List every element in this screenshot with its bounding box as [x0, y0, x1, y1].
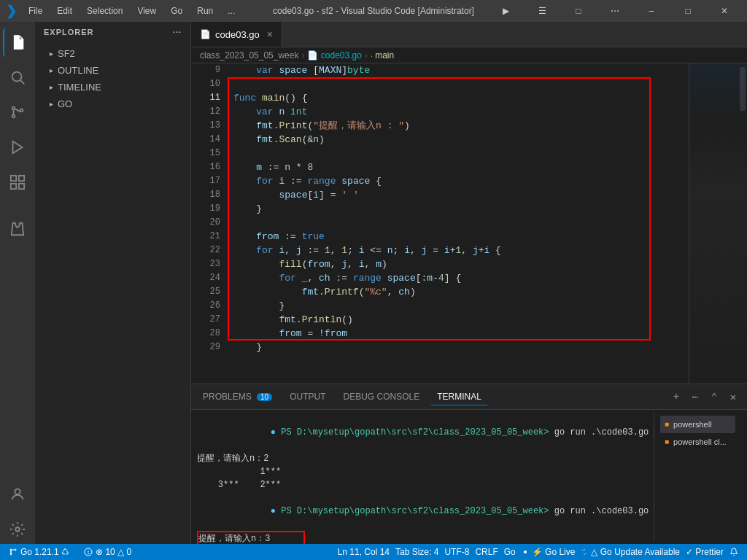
menu-run[interactable]: Run — [191, 4, 219, 18]
code-line-23: fill(from, j, i, m) — [233, 257, 689, 271]
layout-button[interactable]: □ — [562, 0, 595, 22]
sidebar-header: EXPLORER ··· — [35, 22, 190, 42]
sb-cursor[interactable]: Ln 11, Col 14 — [335, 544, 392, 560]
sb-encoding[interactable]: UTF-8 — [441, 544, 472, 560]
menu-file[interactable]: File — [23, 4, 48, 18]
code-editor[interactable]: 9 10 11 12 13 14 15 16 17 18 19 20 21 22… — [191, 63, 747, 384]
source-control-icon[interactable] — [3, 98, 32, 127]
svg-point-10 — [15, 489, 20, 494]
terminal-sidebar: ■ powershell ■ powershell cl... — [654, 413, 741, 541]
menu-more[interactable]: ... — [222, 4, 241, 18]
breadcrumb-sep2: › — [365, 50, 368, 61]
sidebar-section: ▸ SF2 ▸ OUTLINE ▸ TIMELINE ▸ GO — [35, 42, 190, 115]
menu-go[interactable]: Go — [165, 4, 188, 18]
run-debug-icon[interactable] — [3, 133, 32, 162]
svg-rect-9 — [19, 184, 24, 189]
breadcrumb-part2[interactable]: 📄 code03.go — [307, 50, 361, 61]
code-line-14: fmt.Scan(&n) — [233, 133, 689, 147]
code-line-16: m := n * 8 — [233, 160, 689, 174]
menu-edit[interactable]: Edit — [51, 4, 78, 18]
vscode-logo: ❯ — [6, 3, 17, 19]
terminal-main: ● PS D:\mysetup\gopath\src\sf2\class_202… — [197, 413, 654, 541]
sidebar-item-outline[interactable]: ▸ OUTLINE — [35, 62, 190, 79]
breadcrumb-part1[interactable]: class_2023_05_05_week — [200, 50, 298, 61]
sb-tabsize[interactable]: Tab Size: 4 — [392, 544, 441, 560]
sidebar-item-sf2[interactable]: ▸ SF2 — [35, 45, 190, 62]
panel-close-btn[interactable]: ✕ — [725, 389, 741, 405]
sb-golive[interactable]: ⚡ Go Live — [519, 544, 578, 560]
toggle-panel-button[interactable]: ☰ — [525, 0, 559, 22]
minimize-button[interactable]: – — [635, 0, 668, 22]
line-num-24: 24 — [191, 271, 220, 285]
extensions-icon[interactable] — [3, 168, 32, 197]
activity-bar — [0, 22, 35, 544]
editor-area: 📄 code03.go × class_2023_05_05_week › 📄 … — [191, 22, 747, 544]
line-num-21: 21 — [191, 230, 220, 244]
menu-selection[interactable]: Selection — [81, 4, 128, 18]
code-line-24: for _, ch := range space[:m-4] { — [233, 271, 689, 285]
terminal-output-1b: 1*** — [197, 465, 654, 478]
panel-up-btn[interactable]: ⌃ — [706, 389, 722, 405]
maximize-button[interactable]: □ — [671, 0, 705, 22]
arrow-icon: ▸ — [50, 83, 53, 91]
terminal-session-1[interactable]: ■ powershell — [660, 416, 735, 433]
minimap — [689, 63, 747, 384]
tab-problems[interactable]: PROBLEMS 10 — [197, 389, 278, 405]
accounts-icon[interactable] — [3, 480, 32, 509]
settings-icon[interactable] — [3, 515, 32, 544]
sb-eol[interactable]: CRLF — [472, 544, 500, 560]
sb-notifications[interactable] — [727, 544, 741, 560]
terminal-content: ● PS D:\mysetup\gopath\src\sf2\class_202… — [191, 410, 747, 544]
sb-error-count: ⊗ 10 △ 0 — [96, 547, 131, 557]
line-num-16: 16 — [191, 160, 220, 174]
tab-close-btn[interactable]: × — [267, 28, 273, 40]
sb-problems[interactable]: ⊗ 10 △ 0 — [81, 544, 134, 560]
sidebar-item-timeline[interactable]: ▸ TIMELINE — [35, 79, 190, 96]
breadcrumb-part3[interactable]: ⸱ main — [371, 50, 394, 61]
test-icon[interactable] — [3, 214, 32, 244]
tab-code03[interactable]: 📄 code03.go × — [191, 22, 282, 47]
svg-point-18 — [524, 551, 527, 553]
terminal-red-box: 提醒，请输入n：3 1*** 3*** 2*** 4*** 5*** 6*** — [197, 531, 305, 544]
code-line-13: fmt.Print("提醒，请输入n : ") — [233, 119, 689, 133]
code-line-28: from = !from — [233, 327, 689, 341]
svg-marker-5 — [13, 141, 23, 154]
line-num-20: 20 — [191, 216, 220, 230]
titlebar: ❯ File Edit Selection View Go Run ... co… — [0, 0, 747, 22]
add-terminal-btn[interactable]: + — [668, 389, 684, 405]
sb-lang[interactable]: Go — [501, 544, 519, 560]
tab-terminal[interactable]: TERMINAL — [431, 389, 487, 405]
tab-output[interactable]: OUTPUT — [284, 389, 331, 405]
terminal-session-2[interactable]: ■ powershell cl... — [660, 433, 735, 451]
code-line-18: space[i] = ' ' — [233, 188, 689, 202]
panel-more-btn[interactable]: ⋯ — [687, 389, 703, 405]
sb-prettier[interactable]: ✓ Prettier — [683, 544, 727, 560]
arrow-icon: ▸ — [50, 50, 53, 58]
search-icon[interactable] — [3, 63, 32, 92]
sidebar-title: EXPLORER — [44, 28, 94, 36]
svg-point-4 — [20, 109, 23, 112]
sidebar-item-label: SF2 — [58, 48, 75, 59]
explorer-icon[interactable] — [3, 28, 32, 57]
run-button[interactable]: ▶ — [489, 0, 522, 22]
code-line-15 — [233, 147, 689, 160]
sidebar-item-go[interactable]: ▸ GO — [35, 96, 190, 112]
close-button[interactable]: ✕ — [708, 0, 741, 22]
svg-rect-7 — [19, 176, 24, 181]
sidebar-more-btn[interactable]: ··· — [173, 28, 182, 36]
git-branch-icon — [9, 548, 18, 556]
more-button[interactable]: ⋯ — [598, 0, 632, 22]
tab-debug-console[interactable]: DEBUG CONSOLE — [338, 389, 426, 405]
sb-right: Ln 11, Col 14 Tab Size: 4 UTF-8 CRLF Go … — [335, 544, 741, 560]
svg-point-0 — [12, 72, 22, 82]
menu-view[interactable]: View — [131, 4, 162, 18]
arrow-icon: ▸ — [50, 66, 53, 74]
code-line-17: for i := range space { — [233, 174, 689, 188]
sb-git[interactable]: Go 1.21.1 ♺ — [6, 544, 72, 560]
sidebar-item-label: TIMELINE — [58, 82, 101, 93]
line-num-26: 26 — [191, 299, 220, 313]
terminal-icon: ■ — [665, 418, 669, 431]
arrow-icon: ▸ — [50, 100, 53, 108]
sb-update[interactable]: △ Go Update Available — [578, 544, 683, 560]
code-line-10 — [233, 77, 689, 91]
